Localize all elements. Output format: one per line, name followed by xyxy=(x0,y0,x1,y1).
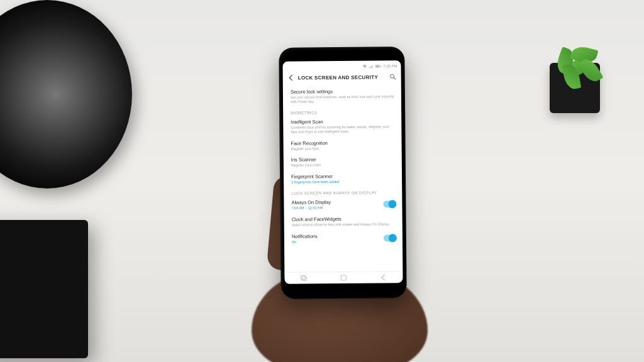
item-label: Notifications xyxy=(292,233,384,239)
item-secure-lock-settings[interactable]: Secure lock settings Set your secure loc… xyxy=(283,85,401,107)
item-desc: Register your irises. xyxy=(291,163,396,168)
item-always-on-display[interactable]: Always On Display 7:00 AM – 12:00 AM xyxy=(284,195,402,214)
item-desc: Set your secure lock functions, such as … xyxy=(291,94,395,104)
svg-rect-1 xyxy=(375,65,379,67)
phone-screen: 7:26 PM LOCK SCREEN AND SECURITY Secure … xyxy=(282,60,402,284)
page-title: LOCK SCREEN AND SECURITY xyxy=(296,74,389,80)
svg-rect-6 xyxy=(303,277,307,281)
phone-frame: 7:26 PM LOCK SCREEN AND SECURITY Secure … xyxy=(279,47,406,299)
battery-icon xyxy=(375,64,381,68)
item-desc: Combines face and iris scanning for bett… xyxy=(291,124,395,134)
back-button[interactable] xyxy=(287,74,296,82)
item-desc: Register your face. xyxy=(291,146,396,151)
item-clock-facewidgets[interactable]: Clock and FaceWidgets Select what to sho… xyxy=(284,212,402,231)
settings-list[interactable]: Secure lock settings Set your secure loc… xyxy=(283,85,403,272)
home-icon xyxy=(340,275,347,281)
item-fingerprint-scanner[interactable]: Fingerprint Scanner 2 fingerprints have … xyxy=(284,170,402,188)
item-desc: 7:00 AM – 12:00 AM xyxy=(291,206,383,211)
item-intelligent-scan[interactable]: Intelligent Scan Combines face and iris … xyxy=(283,115,401,137)
nav-back-button[interactable] xyxy=(377,273,389,281)
item-label: Always On Display xyxy=(291,199,383,206)
item-label: Face Recognition xyxy=(291,140,396,146)
signal-icon xyxy=(369,65,373,69)
item-desc: On xyxy=(292,239,384,244)
plant-pot-prop xyxy=(550,63,600,113)
item-notifications[interactable]: Notifications On xyxy=(284,229,402,248)
camera-body-prop xyxy=(0,220,88,358)
wifi-icon xyxy=(362,65,367,69)
back-icon xyxy=(379,274,387,280)
svg-rect-7 xyxy=(341,275,346,280)
svg-rect-5 xyxy=(301,276,306,280)
camera-lens-prop xyxy=(0,0,132,189)
search-button[interactable] xyxy=(389,72,397,81)
item-label: Clock and FaceWidgets xyxy=(292,216,396,222)
toggle-always-on-display[interactable] xyxy=(383,200,396,207)
svg-rect-2 xyxy=(380,66,381,67)
item-label: Fingerprint Scanner xyxy=(291,173,396,180)
nav-home-button[interactable] xyxy=(338,274,349,282)
search-icon xyxy=(390,74,396,80)
item-iris-scanner[interactable]: Iris Scanner Register your irises. xyxy=(284,153,402,172)
item-desc: Select what to show on the Lock screen a… xyxy=(292,222,396,227)
recents-icon xyxy=(301,275,308,281)
item-desc: 2 fingerprints have been added. xyxy=(291,180,396,185)
header-bar: LOCK SCREEN AND SECURITY xyxy=(283,70,401,86)
status-bar: 7:26 PM xyxy=(282,60,401,71)
item-label: Iris Scanner xyxy=(291,156,396,163)
svg-line-4 xyxy=(394,77,396,79)
item-label: Intelligent Scan xyxy=(291,118,395,124)
nav-recents-button[interactable] xyxy=(299,274,310,282)
item-label: Secure lock settings xyxy=(291,88,395,94)
item-face-recognition[interactable]: Face Recognition Register your face. xyxy=(284,136,402,155)
toggle-notifications[interactable] xyxy=(384,234,396,241)
status-time: 7:26 PM xyxy=(383,64,397,68)
system-nav-bar xyxy=(284,271,402,284)
